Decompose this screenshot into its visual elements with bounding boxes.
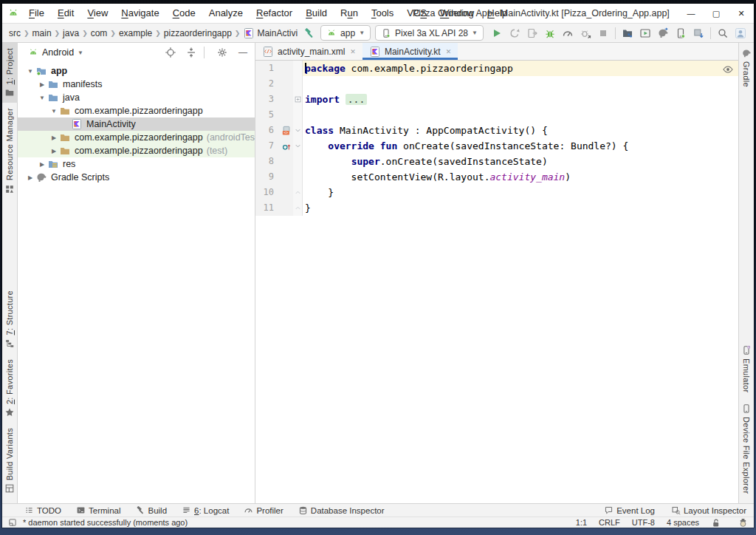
menu-edit[interactable]: Edit bbox=[51, 4, 80, 23]
code-line-7[interactable]: 7 override fun onCreate(savedInstanceSta… bbox=[255, 138, 738, 154]
apply-changes-icon[interactable] bbox=[506, 25, 523, 41]
breadcrumb-segment[interactable]: com bbox=[89, 28, 110, 38]
breadcrumb-segment[interactable]: java bbox=[61, 28, 81, 38]
tree-item-app[interactable]: ▼app bbox=[18, 64, 255, 78]
locate-file-icon[interactable] bbox=[165, 47, 176, 58]
minimize-button[interactable]: — bbox=[678, 4, 704, 23]
tool-window-button-todo[interactable]: TODO bbox=[24, 505, 61, 515]
chevron-down-icon[interactable]: ▼ bbox=[78, 50, 83, 56]
tree-closed-arrow-icon[interactable]: ▶ bbox=[37, 161, 47, 168]
tree-item-manifests[interactable]: ▶manifests bbox=[18, 78, 255, 91]
tree-item-mainactivity[interactable]: MainActivity bbox=[18, 117, 255, 131]
layout-file-icon[interactable]: <> bbox=[279, 123, 293, 138]
menu-build[interactable]: Build bbox=[299, 4, 334, 23]
breadcrumb-segment[interactable]: src bbox=[7, 28, 23, 38]
tab-close-icon[interactable]: ✕ bbox=[446, 48, 452, 55]
tree-closed-arrow-icon[interactable]: ▶ bbox=[37, 81, 47, 88]
stop-icon[interactable] bbox=[594, 25, 612, 41]
run-configuration-select[interactable]: app ▼ bbox=[320, 25, 371, 41]
tool-window-button-profiler[interactable]: Profiler bbox=[244, 505, 283, 515]
tool-stripe-build-variants[interactable]: Build Variants bbox=[2, 423, 18, 499]
tool-stripe-gradle[interactable]: Gradle bbox=[739, 43, 755, 92]
editor-tab-activity-main-xml[interactable]: activity_main.xml✕ bbox=[255, 43, 362, 60]
tool-stripe-1-project[interactable]: 1: Project bbox=[2, 43, 18, 103]
fold-marker-icon[interactable] bbox=[293, 92, 303, 107]
tree-open-arrow-icon[interactable]: ▼ bbox=[25, 68, 35, 75]
tree-open-arrow-icon[interactable]: ▼ bbox=[49, 108, 59, 115]
tree-open-arrow-icon[interactable]: ▼ bbox=[37, 95, 47, 101]
menu-tools[interactable]: Tools bbox=[365, 4, 400, 23]
breadcrumb-segment[interactable]: main bbox=[30, 28, 54, 38]
status-widget[interactable]: UTF-8 bbox=[632, 518, 655, 527]
device-manager-icon[interactable] bbox=[672, 25, 690, 41]
collapse-all-icon[interactable] bbox=[185, 47, 197, 58]
status-widget[interactable]: 1:1 bbox=[576, 518, 587, 527]
hide-panel-icon[interactable]: — bbox=[237, 47, 249, 58]
override-method-icon[interactable] bbox=[279, 138, 293, 154]
close-button[interactable]: ✕ bbox=[729, 4, 754, 23]
tool-window-button-event-log[interactable]: Event Log bbox=[604, 505, 655, 515]
gear-icon[interactable] bbox=[216, 47, 228, 58]
tool-stripe-emulator[interactable]: Emulator bbox=[739, 340, 755, 398]
tool-window-button-6-logcat[interactable]: 6: Logcat bbox=[182, 505, 229, 515]
tree-closed-arrow-icon[interactable]: ▶ bbox=[25, 174, 35, 181]
code-line-5[interactable]: 5 bbox=[255, 107, 738, 123]
device-select[interactable]: Pixel 3a XL API 28 ▼ bbox=[375, 25, 484, 41]
code-editor[interactable]: 1package com.example.pizzaorderingapp23i… bbox=[255, 61, 738, 503]
project-structure-icon[interactable] bbox=[619, 25, 636, 41]
sync-gradle-icon[interactable] bbox=[654, 25, 672, 41]
breadcrumb-segment[interactable]: example bbox=[117, 28, 154, 38]
menu-analyze[interactable]: Analyze bbox=[202, 4, 250, 23]
tool-window-button-database-inspector[interactable]: Database Inspector bbox=[298, 505, 385, 515]
code-line-9[interactable]: 9 setContentView(R.layout.activity_main) bbox=[255, 169, 738, 185]
menu-code[interactable]: Code bbox=[166, 4, 202, 23]
tree-item-gradle-scripts[interactable]: ▶Gradle Scripts bbox=[18, 171, 255, 184]
code-line-3[interactable]: 3import ... bbox=[255, 92, 738, 107]
breadcrumb-segment[interactable]: pizzaorderingapp bbox=[162, 28, 234, 38]
tool-window-button-build[interactable]: Build bbox=[135, 505, 167, 515]
fold-marker-icon[interactable] bbox=[293, 185, 303, 200]
apply-code-changes-icon[interactable] bbox=[523, 25, 541, 41]
tree-item-res[interactable]: ▶res bbox=[18, 157, 255, 171]
tool-window-button-layout-inspector[interactable]: Layout Inspector bbox=[671, 505, 746, 515]
search-everywhere-icon[interactable] bbox=[714, 25, 732, 41]
unlock-icon[interactable] bbox=[711, 518, 721, 528]
menu-refactor[interactable]: Refactor bbox=[250, 4, 299, 23]
user-avatar-icon[interactable] bbox=[732, 25, 749, 41]
menu-file[interactable]: File bbox=[22, 4, 51, 23]
profile-icon[interactable] bbox=[559, 25, 577, 41]
debug-icon[interactable] bbox=[541, 25, 559, 41]
tool-stripe-7-structure[interactable]: 7: Structure bbox=[2, 285, 18, 353]
status-widget[interactable]: CRLF bbox=[599, 518, 620, 527]
hector-inspector-icon[interactable] bbox=[738, 518, 748, 528]
attach-debugger-icon[interactable] bbox=[577, 25, 594, 41]
code-line-2[interactable]: 2 bbox=[255, 76, 738, 92]
tool-window-switcher-icon[interactable] bbox=[8, 518, 17, 527]
code-line-11[interactable]: 11} bbox=[255, 200, 738, 216]
fold-marker-icon[interactable] bbox=[293, 200, 303, 216]
folded-imports[interactable]: ... bbox=[346, 94, 367, 105]
menu-navigate[interactable]: Navigate bbox=[114, 4, 165, 23]
status-widget[interactable]: 4 spaces bbox=[667, 518, 699, 527]
tree-closed-arrow-icon[interactable]: ▶ bbox=[49, 148, 59, 154]
code-line-10[interactable]: 10 } bbox=[255, 185, 738, 200]
editor-tab-mainactivity-kt[interactable]: MainActivity.kt✕ bbox=[362, 43, 458, 60]
build-project-icon[interactable] bbox=[303, 27, 315, 39]
tool-stripe-device-file-explorer[interactable]: Device File Explorer bbox=[739, 398, 755, 499]
tool-stripe-2-favorites[interactable]: 2: Favorites bbox=[2, 354, 18, 423]
maximize-button[interactable]: ▢ bbox=[704, 4, 729, 23]
tool-stripe-resource-manager[interactable]: Resource Manager bbox=[2, 103, 18, 199]
tree-item-com-example-pizzaorderingapp[interactable]: ▶com.example.pizzaorderingapp(androidTes… bbox=[18, 131, 255, 144]
avd-manager-icon[interactable] bbox=[636, 25, 654, 41]
breadcrumb-current-file[interactable]: MainActivi bbox=[241, 27, 300, 39]
tool-window-button-terminal[interactable]: Terminal bbox=[76, 505, 120, 515]
sdk-manager-icon[interactable] bbox=[690, 25, 707, 41]
fold-marker-icon[interactable] bbox=[293, 138, 303, 154]
code-line-1[interactable]: 1package com.example.pizzaorderingapp bbox=[255, 61, 738, 76]
fold-marker-icon[interactable] bbox=[293, 123, 303, 138]
run-icon[interactable] bbox=[488, 25, 506, 41]
tree-closed-arrow-icon[interactable]: ▶ bbox=[49, 134, 59, 141]
menu-run[interactable]: Run bbox=[334, 4, 365, 23]
code-line-6[interactable]: 6<>class MainActivity : AppCompatActivit… bbox=[255, 123, 738, 138]
inspections-eye-icon[interactable] bbox=[722, 64, 734, 75]
